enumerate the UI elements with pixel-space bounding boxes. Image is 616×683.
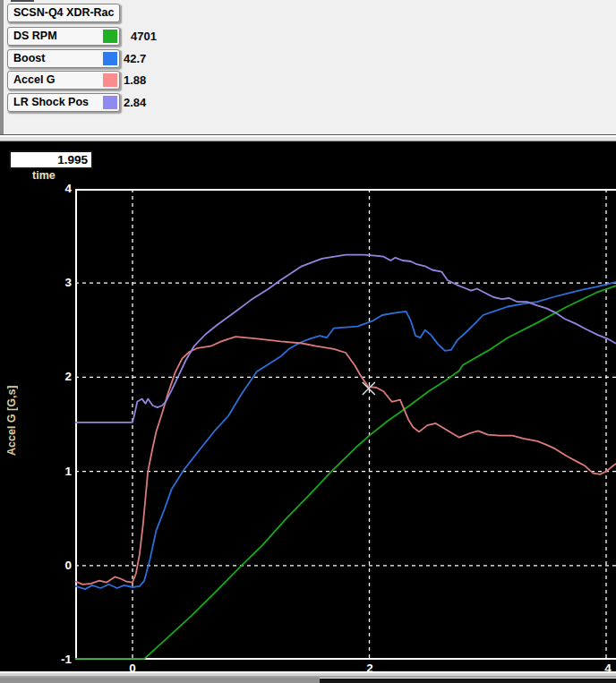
y-axis-title: Accel G [G,s] bbox=[5, 340, 18, 501]
channel-button-boost[interactable]: Boost bbox=[7, 49, 120, 68]
channel-color-swatch bbox=[103, 52, 117, 65]
clipped-widget-fragment bbox=[11, 0, 34, 2]
channel-value-boost: 42.7 bbox=[124, 52, 177, 65]
dataset-title-button[interactable]: SCSN-Q4 XDR-Rac bbox=[7, 4, 120, 22]
y-tick-label: 1 bbox=[41, 465, 72, 479]
channel-label: DS RPM bbox=[13, 30, 57, 42]
channel-value-lr-shock-pos: 2.84 bbox=[124, 96, 177, 109]
channel-legend-panel: SCSN-Q4 XDR-Rac DS RPM 4701 Boost 42.7 A… bbox=[0, 0, 616, 135]
next-panel-edge bbox=[320, 678, 616, 683]
channel-label: Boost bbox=[13, 52, 45, 64]
telemetry-app: { "title_button": "SCSN-Q4 XDR-Rac", "ch… bbox=[0, 0, 616, 683]
channel-button-lr-shock-pos[interactable]: LR Shock Pos bbox=[7, 93, 120, 112]
channel-label: LR Shock Pos bbox=[13, 96, 89, 108]
channel-label: Accel G bbox=[13, 73, 56, 86]
y-tick-label: 3 bbox=[41, 276, 72, 290]
channel-color-swatch bbox=[103, 30, 117, 43]
channel-button-accel-g[interactable]: Accel G bbox=[7, 71, 120, 90]
y-tick-label: 4 bbox=[41, 182, 72, 196]
y-tick-label: -1 bbox=[41, 653, 72, 667]
y-tick-label: 2 bbox=[41, 370, 72, 384]
panel-left-edge bbox=[0, 0, 4, 134]
bottom-splitter[interactable] bbox=[0, 671, 616, 678]
y-tick-label: 0 bbox=[41, 559, 72, 573]
graph-panel: 1.995 time Accel G [G,s] 4 3 2 1 0 -1 0 … bbox=[0, 141, 616, 671]
cursor-time-readout: 1.995 bbox=[9, 150, 93, 169]
x-axis-title: time bbox=[32, 169, 56, 182]
channel-value-accel-g: 1.88 bbox=[124, 73, 177, 87]
plot-area[interactable] bbox=[0, 141, 616, 671]
channel-color-swatch bbox=[103, 96, 117, 109]
channel-value-ds-rpm: 4701 bbox=[131, 30, 184, 43]
channel-color-swatch bbox=[103, 73, 117, 87]
channel-button-ds-rpm[interactable]: DS RPM bbox=[7, 27, 120, 46]
